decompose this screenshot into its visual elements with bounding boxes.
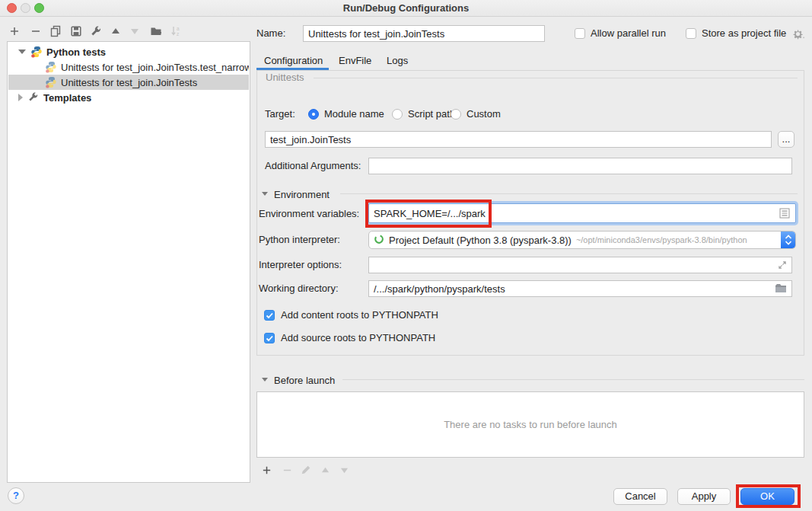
remove-task-icon [280, 463, 294, 477]
interpreter-options-label: Interpreter options: [259, 257, 342, 273]
tree-item-label: Unittests for test_join.JoinTests [61, 77, 197, 88]
close-window-button[interactable] [7, 3, 17, 13]
interpreter-options-input[interactable] [368, 257, 792, 273]
window-title: Run/Debug Configurations [0, 0, 812, 16]
before-launch-section-label[interactable]: Before launch [274, 372, 335, 389]
allow-parallel-run-checkbox[interactable] [575, 28, 585, 39]
active-tab-indicator [256, 68, 329, 70]
conda-environment-icon [374, 234, 384, 247]
tree-item-label: Templates [43, 92, 91, 104]
save-configuration-icon[interactable] [69, 24, 83, 38]
tree-item-label: Python tests [46, 46, 106, 58]
add-task-icon[interactable] [260, 463, 273, 477]
python-interpreter-label: Python interpreter: [259, 232, 340, 248]
edit-task-pencil-icon [299, 463, 313, 477]
add-source-roots-label[interactable]: Add source roots to PYTHONPATH [281, 330, 435, 347]
new-folder-icon[interactable] [149, 24, 163, 38]
python-interpreter-select[interactable]: Project Default (Python 3.8 (pyspark-3.8… [368, 231, 796, 249]
environment-section-label[interactable]: Environment [274, 187, 330, 203]
env-vars-browse-list-icon[interactable] [779, 208, 790, 221]
copy-configuration-icon[interactable] [49, 24, 62, 38]
expand-arrow-icon[interactable] [18, 94, 23, 101]
collapse-arrow-icon[interactable] [18, 50, 26, 54]
before-launch-section-divider [342, 379, 804, 380]
environment-collapse-icon[interactable] [262, 192, 268, 196]
name-input[interactable] [303, 25, 545, 42]
tree-item-unittests-narrow[interactable]: Unittests for test_join.JoinTests.test_n… [8, 59, 249, 75]
interpreter-path: ~/opt/miniconda3/envs/pyspark-3.8/bin/py… [576, 235, 747, 244]
add-content-roots-label[interactable]: Add content roots to PYTHONPATH [281, 307, 438, 324]
help-button[interactable]: ? [8, 487, 24, 504]
interpreter-value: Project Default (Python 3.8 (pyspark-3.8… [389, 235, 572, 246]
allow-parallel-run-label: Allow parallel run [591, 25, 666, 42]
edit-templates-wrench-icon[interactable] [89, 24, 103, 38]
additional-arguments-label: Additional Arguments: [265, 158, 361, 174]
environment-section-divider [340, 193, 798, 194]
working-directory-input[interactable] [368, 280, 792, 297]
interpreter-dropdown-stepper-icon[interactable] [781, 232, 795, 248]
minimize-window-button [21, 3, 30, 13]
remove-configuration-icon[interactable] [29, 24, 43, 38]
target-module-name-radio[interactable] [308, 109, 319, 120]
run-debug-configurations-dialog: Run/Debug Configurations az Python tests… [0, 0, 812, 511]
templates-wrench-icon [27, 91, 40, 104]
browse-module-button[interactable]: ... [778, 131, 794, 148]
add-configuration-icon[interactable] [8, 24, 21, 38]
target-module-name-label[interactable]: Module name [324, 106, 384, 123]
tree-item-templates[interactable]: Templates [8, 90, 249, 105]
tree-item-label: Unittests for test_join.JoinTests.test_n… [61, 62, 249, 73]
tree-item-unittests-jointests-selected[interactable]: Unittests for test_join.JoinTests [8, 75, 249, 90]
apply-button[interactable]: Apply [677, 488, 731, 505]
store-as-project-file-label: Store as project file [702, 25, 786, 42]
add-content-roots-checkbox[interactable] [264, 310, 275, 321]
configurations-tree-panel: Python tests Unittests for test_join.Joi… [7, 41, 250, 483]
expand-field-icon[interactable] [778, 260, 787, 272]
sort-configurations-icon: az [169, 24, 183, 38]
move-up-icon[interactable] [109, 24, 123, 38]
add-source-roots-checkbox[interactable] [264, 333, 275, 343]
name-label: Name: [256, 25, 285, 42]
move-down-icon [128, 24, 142, 38]
tab-configuration[interactable]: Configuration [264, 53, 323, 69]
python-test-config-icon [45, 61, 57, 73]
store-options-gear-icon[interactable] [792, 28, 805, 42]
python-test-config-icon [45, 76, 57, 88]
target-label: Target: [265, 106, 295, 123]
unittests-section-divider [314, 78, 798, 78]
move-task-down-icon [337, 463, 351, 477]
target-custom-label[interactable]: Custom [467, 106, 501, 123]
move-task-up-icon [318, 463, 332, 477]
before-launch-task-list: There are no tasks to run before launch [256, 391, 804, 458]
tab-logs[interactable]: Logs [387, 53, 408, 69]
store-as-project-file-checkbox[interactable] [686, 28, 696, 39]
ok-button[interactable]: OK [740, 488, 794, 505]
svg-text:z: z [177, 31, 179, 37]
browse-folder-icon[interactable] [775, 283, 787, 296]
zoom-window-button[interactable] [34, 3, 44, 13]
before-launch-empty-text: There are no tasks to run before launch [444, 419, 617, 430]
target-script-path-radio[interactable] [392, 109, 403, 120]
target-script-path-label[interactable]: Script path [408, 106, 455, 123]
tree-item-python-tests[interactable]: Python tests [8, 44, 249, 59]
working-directory-label: Working directory: [259, 280, 339, 297]
python-tests-icon [30, 46, 43, 58]
tab-envfile[interactable]: EnvFile [339, 53, 371, 69]
unittests-section-label: Unittests [266, 72, 304, 84]
environment-variables-input[interactable] [368, 203, 796, 223]
target-custom-radio[interactable] [451, 109, 461, 120]
cancel-button[interactable]: Cancel [613, 488, 667, 505]
module-name-input[interactable] [265, 131, 772, 148]
environment-variables-label: Environment variables: [259, 206, 359, 222]
before-launch-collapse-icon[interactable] [262, 378, 268, 382]
svg-text:a: a [177, 26, 180, 31]
title-bar: Run/Debug Configurations [0, 0, 812, 17]
additional-arguments-input[interactable] [368, 158, 792, 174]
